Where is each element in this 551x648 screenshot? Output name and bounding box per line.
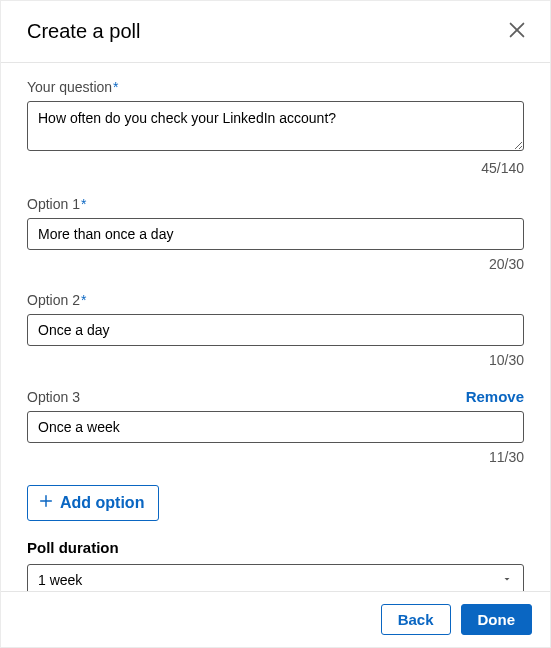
- option-2-char-counter: 10/30: [27, 352, 524, 368]
- poll-duration-section: Poll duration 1 week: [27, 539, 524, 591]
- poll-duration-select[interactable]: 1 week: [27, 564, 524, 591]
- option-1-char-counter: 20/30: [27, 256, 524, 272]
- required-marker: *: [81, 196, 86, 212]
- question-input[interactable]: [27, 101, 524, 151]
- question-field: Your question* 45/140: [27, 79, 524, 176]
- add-option-label: Add option: [60, 494, 144, 512]
- done-button[interactable]: Done: [461, 604, 533, 635]
- option-1-field: Option 1* 20/30: [27, 196, 524, 272]
- dialog-footer: Back Done: [1, 591, 550, 647]
- required-marker: *: [113, 79, 118, 95]
- dialog-title: Create a poll: [27, 20, 140, 43]
- dialog-body[interactable]: Your question* 45/140 Option 1* 20/30 Op…: [1, 63, 550, 591]
- remove-option-button[interactable]: Remove: [466, 388, 524, 405]
- option-2-label: Option 2*: [27, 292, 86, 308]
- close-icon: [506, 19, 528, 44]
- question-label-text: Your question: [27, 79, 112, 95]
- option-3-label: Option 3: [27, 389, 81, 405]
- option-1-label: Option 1*: [27, 196, 86, 212]
- back-button[interactable]: Back: [381, 604, 451, 635]
- option-2-input[interactable]: [27, 314, 524, 346]
- option-3-field: Option 3 Remove 11/30: [27, 388, 524, 465]
- add-option-button[interactable]: Add option: [27, 485, 159, 521]
- close-button[interactable]: [502, 15, 532, 48]
- poll-duration-label: Poll duration: [27, 539, 524, 556]
- caret-down-icon: [501, 572, 513, 588]
- option-2-field: Option 2* 10/30: [27, 292, 524, 368]
- required-marker: *: [81, 292, 86, 308]
- option-1-input[interactable]: [27, 218, 524, 250]
- option-3-char-counter: 11/30: [27, 449, 524, 465]
- dialog-header: Create a poll: [1, 1, 550, 63]
- create-poll-dialog: Create a poll Your question* 45/140 Opti…: [0, 0, 551, 648]
- option-label-text: Option 1: [27, 196, 80, 212]
- option-label-text: Option 3: [27, 389, 80, 405]
- plus-icon: [38, 493, 54, 513]
- poll-duration-selected-value: 1 week: [38, 572, 82, 588]
- question-char-counter: 45/140: [27, 160, 524, 176]
- option-3-input[interactable]: [27, 411, 524, 443]
- question-label: Your question*: [27, 79, 524, 95]
- option-label-text: Option 2: [27, 292, 80, 308]
